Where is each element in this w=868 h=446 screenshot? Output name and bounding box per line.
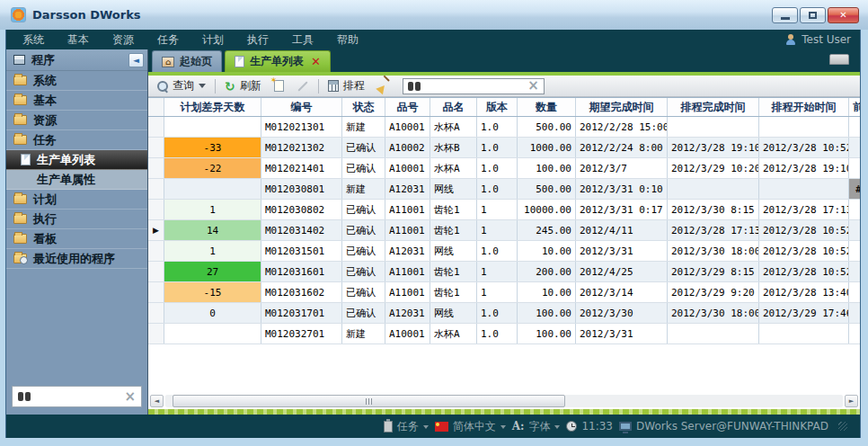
- scrollbar-track[interactable]: [165, 395, 843, 407]
- toolbar: 查询 ↻ 刷新 排程: [148, 76, 860, 97]
- table-row[interactable]: M012021301新建A10001水杯A1.0500.002012/2/28 …: [148, 117, 860, 138]
- cell-4: 齿轮1: [430, 262, 477, 281]
- table-row[interactable]: 1M012030802已确认A11001齿轮1110000.002012/3/3…: [148, 200, 860, 220]
- app-logo-icon: [11, 7, 26, 22]
- schedule-button[interactable]: 排程: [324, 76, 368, 95]
- minimize-icon: [781, 17, 790, 20]
- column-header[interactable]: 版本: [477, 98, 518, 116]
- statusbar-language-menu[interactable]: 简体中文: [435, 419, 506, 434]
- sidebar-item-production-order-props[interactable]: 生产单属性: [6, 170, 147, 190]
- menu-item[interactable]: 任务: [157, 32, 179, 48]
- tab-production-order-list[interactable]: 生产单列表✕: [225, 50, 331, 72]
- cell-0: [164, 324, 261, 343]
- statusbar-font-menu[interactable]: A: 字体: [512, 419, 561, 434]
- cell-8: 2012/3/29 9:20: [668, 282, 759, 302]
- sidebar-item-recent-programs[interactable]: 最近使用的程序: [6, 249, 147, 269]
- sidebar-search-box[interactable]: ×: [12, 386, 142, 407]
- column-header[interactable]: 数量: [518, 98, 576, 116]
- cell-1: M012030801: [261, 179, 342, 199]
- column-header[interactable]: 排程开始时间: [759, 98, 849, 116]
- column-header[interactable]: 期望完成时间: [576, 98, 668, 116]
- column-header[interactable]: 品名: [430, 98, 477, 116]
- sidebar-item-production-order-list[interactable]: 生产单列表: [6, 150, 147, 170]
- cell-3: A12031: [385, 241, 430, 261]
- column-header[interactable]: 排程完成时间: [668, 98, 759, 116]
- program-panel-icon: [13, 55, 25, 65]
- cell-8: 2012/3/30 18:00: [668, 241, 759, 261]
- sidebar-collapse-button[interactable]: ◄: [128, 53, 144, 67]
- sidebar-item-label: 系统: [33, 73, 57, 89]
- sidebar-item-kanban[interactable]: 看板: [6, 229, 147, 249]
- table-row[interactable]: M012032701新建A10001水杯A1.0100.002012/3/31: [148, 324, 860, 344]
- column-header[interactable]: 前: [849, 98, 860, 116]
- cell-7: 2012/3/31: [576, 324, 668, 343]
- scroll-left-button[interactable]: ◄: [150, 395, 164, 407]
- cell-10: [849, 262, 860, 281]
- sidebar-search-input[interactable]: [36, 390, 119, 403]
- sidebar-item-task[interactable]: 任务: [6, 130, 147, 150]
- menu-item[interactable]: 帮助: [337, 32, 359, 48]
- scrollbar-thumb[interactable]: [173, 395, 565, 407]
- cell-6: 200.00: [518, 262, 576, 281]
- sidebar-title: 程序: [31, 52, 55, 68]
- table-row[interactable]: 27M012031601已确认A11001齿轮11200.002012/4/25…: [148, 262, 860, 282]
- sidebar-item-label: 资源: [33, 112, 57, 129]
- tab-label: 起始页: [180, 54, 212, 69]
- cell-3: A12031: [385, 303, 430, 323]
- menu-item[interactable]: 执行: [247, 32, 269, 48]
- resize-grip-icon[interactable]: [838, 422, 847, 431]
- maximize-button[interactable]: [800, 7, 826, 23]
- tab-close-icon[interactable]: ✕: [311, 56, 321, 67]
- cell-7: 2012/3/31 0:10: [576, 179, 668, 199]
- menu-item[interactable]: 计划: [202, 32, 224, 48]
- table-row[interactable]: -33M012021302已确认A10002水杯B1.01000.002012/…: [148, 138, 860, 158]
- sidebar-item-label: 计划: [33, 192, 57, 208]
- scroll-right-button[interactable]: ►: [845, 395, 858, 407]
- cell-8: 2012/3/29 10:20: [668, 158, 759, 178]
- table-row[interactable]: -15M012031602已确认A11001齿轮1110.002012/3/14…: [148, 282, 860, 303]
- statusbar-task-menu[interactable]: 任务: [384, 419, 429, 434]
- column-header[interactable]: 编号: [261, 98, 342, 116]
- sidebar-item-basic[interactable]: 基本: [6, 91, 147, 111]
- cell-2: 新建: [342, 179, 385, 199]
- sidebar-item-system[interactable]: 系统: [6, 71, 147, 91]
- clear-icon[interactable]: ×: [124, 390, 136, 404]
- table-row[interactable]: 0M012031701已确认A12031网线1.0100.002012/3/30…: [148, 303, 860, 324]
- filter-search-input[interactable]: [425, 80, 523, 93]
- menu-item[interactable]: 工具: [292, 32, 314, 48]
- menu-item[interactable]: 系统: [22, 32, 44, 48]
- edit-button[interactable]: [293, 84, 313, 89]
- clear-icon[interactable]: ×: [527, 79, 539, 93]
- binoculars-icon: [18, 392, 31, 401]
- sidebar-item-resource[interactable]: 资源: [6, 111, 147, 130]
- column-header[interactable]: 状态: [342, 98, 385, 116]
- sidebar-item-execute[interactable]: 执行: [6, 210, 147, 229]
- menu-item[interactable]: 资源: [112, 32, 134, 48]
- table-row[interactable]: 1M012031501已确认A12031网线1.010.002012/3/312…: [148, 241, 860, 262]
- new-button[interactable]: [270, 78, 288, 94]
- clean-button[interactable]: [374, 78, 394, 94]
- toolbar-separator: [215, 79, 216, 94]
- sidebar-item-plan[interactable]: 计划: [6, 190, 147, 210]
- cell-3: A10001: [385, 117, 430, 137]
- sidebar-item-label: 最近使用的程序: [33, 251, 115, 267]
- query-button[interactable]: 查询: [154, 76, 209, 95]
- menu-item[interactable]: 基本: [67, 32, 89, 48]
- cell-1: M012021401: [261, 158, 342, 178]
- statusbar-server: DWorks Server@FUNWAY-THINKPAD: [619, 420, 828, 433]
- user-area[interactable]: Test User: [785, 33, 851, 46]
- table-row[interactable]: -22M012021401已确认A10001水杯A1.0100.002012/3…: [148, 158, 860, 179]
- cell-1: M012031501: [261, 241, 342, 261]
- column-header[interactable]: 计划差异天数: [164, 98, 261, 116]
- refresh-button[interactable]: ↻ 刷新: [221, 76, 265, 95]
- filter-search-box[interactable]: ×: [403, 78, 545, 94]
- close-button[interactable]: ✕: [828, 7, 859, 23]
- column-header[interactable]: 品号: [385, 98, 430, 116]
- cell-10: [849, 282, 860, 302]
- table-row[interactable]: ▶14M012031402已确认A11001齿轮11245.002012/4/1…: [148, 220, 860, 241]
- minimize-button[interactable]: [772, 7, 798, 23]
- pin-icon[interactable]: [829, 54, 849, 65]
- table-row[interactable]: M012030801新建A12031网线1.0500.002012/3/31 0…: [148, 179, 860, 200]
- tab-home[interactable]: ⌂起始页: [152, 50, 222, 72]
- cell-7: 2012/2/28 15:00: [576, 117, 668, 137]
